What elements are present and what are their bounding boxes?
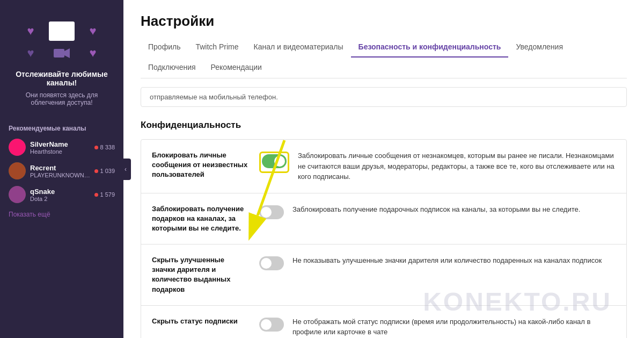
top-info-box: отправляемые на мобильный телефон. bbox=[141, 87, 627, 107]
toggle-wrapper-1 bbox=[259, 205, 284, 221]
privacy-row-0: Блокировать личные сообщения от неизвест… bbox=[141, 140, 626, 193]
settings-title: Настройки bbox=[141, 13, 627, 30]
svg-marker-1 bbox=[64, 48, 70, 58]
toggle-2[interactable] bbox=[259, 256, 284, 270]
settings-header: Настройки ПрофильTwitch PrimeКанал и вид… bbox=[123, 0, 644, 78]
heart-icon-1: ♥ bbox=[18, 21, 43, 41]
channel-name: Recrent bbox=[30, 164, 90, 172]
privacy-section-title: Конфиденциальность bbox=[141, 120, 627, 131]
toggle-highlight-box bbox=[259, 152, 289, 173]
channel-info: Recrent PLAYERUNKNOWN'S... bbox=[30, 164, 90, 178]
tv-placeholder bbox=[49, 21, 75, 41]
nav-tab-twitch-prime[interactable]: Twitch Prime bbox=[188, 37, 246, 57]
settings-nav: ПрофильTwitch PrimeКанал и видеоматериал… bbox=[141, 37, 627, 78]
heart-icon-3: ♥ bbox=[18, 46, 43, 60]
channel-info: qSnake Dota 2 bbox=[30, 188, 90, 202]
privacy-label-0: Блокировать личные сообщения от неизвест… bbox=[152, 150, 248, 180]
sidebar-promo-title: Отслеживайте любимые каналы! bbox=[11, 70, 113, 87]
toggle-wrapper-3 bbox=[259, 318, 284, 334]
channel-game: PLAYERUNKNOWN'S... bbox=[30, 172, 90, 178]
channel-avatar bbox=[9, 162, 26, 179]
recommended-channels-title: Рекомендуемые каналы bbox=[0, 117, 123, 135]
privacy-control-2: Не показывать улучшенные значки дарителя… bbox=[259, 255, 616, 272]
privacy-desc-3: Не отображать мой статус подписки (время… bbox=[292, 317, 616, 337]
nav-tab-профиль[interactable]: Профиль bbox=[141, 37, 188, 57]
privacy-desc-2: Не показывать улучшенные значки дарителя… bbox=[292, 255, 616, 266]
privacy-label-2: Скрыть улучшенные значки дарителя и коли… bbox=[152, 255, 248, 294]
nav-tab-уведомления[interactable]: Уведомления bbox=[508, 37, 570, 57]
live-indicator bbox=[94, 193, 98, 197]
privacy-desc-0: Заблокировать личные сообщения от незнак… bbox=[298, 150, 616, 182]
channel-viewers: 8 338 bbox=[94, 144, 115, 150]
top-info-text: отправляемые на мобильный телефон. bbox=[150, 93, 278, 101]
channel-name: qSnake bbox=[30, 188, 90, 196]
toggle-1[interactable] bbox=[259, 205, 284, 219]
channel-avatar bbox=[9, 186, 26, 203]
channel-viewers: 1 579 bbox=[94, 191, 115, 198]
channel-item[interactable]: SilverName Hearthstone 8 338 bbox=[0, 135, 123, 159]
heart-icon-4: ♥ bbox=[80, 46, 106, 60]
channel-info: SilverName Hearthstone bbox=[30, 140, 90, 155]
channel-game: Dota 2 bbox=[30, 196, 90, 202]
live-indicator bbox=[94, 146, 98, 149]
toggle-wrapper-0 bbox=[259, 152, 289, 173]
nav-tab-подключения[interactable]: Подключения bbox=[141, 57, 203, 78]
heart-icon-2: ♥ bbox=[80, 21, 106, 41]
toggle-0[interactable] bbox=[262, 154, 287, 168]
privacy-row-3: Скрыть статус подпискиНе отображать мой … bbox=[141, 306, 626, 338]
channel-item[interactable]: qSnake Dota 2 1 579 bbox=[0, 183, 123, 206]
privacy-control-0: Заблокировать личные сообщения от незнак… bbox=[259, 150, 616, 182]
sidebar-collapse-button[interactable]: ‹ bbox=[120, 159, 131, 180]
svg-rect-0 bbox=[54, 49, 64, 57]
sidebar-banner: ♥ ♥ ♥ ♥ Отслеживайте любимые каналы! Они… bbox=[0, 11, 123, 117]
nav-tab-канал-и-видеоматериалы[interactable]: Канал и видеоматериалы bbox=[246, 37, 351, 57]
privacy-label-3: Скрыть статус подписки bbox=[152, 317, 248, 326]
sidebar-icon-grid: ♥ ♥ ♥ ♥ bbox=[18, 21, 106, 60]
channel-avatar bbox=[9, 139, 26, 156]
channel-name: SilverName bbox=[30, 140, 90, 148]
privacy-desc-1: Заблокировать получение подарочных подпи… bbox=[292, 204, 616, 215]
privacy-control-3: Не отображать мой статус подписки (время… bbox=[259, 317, 616, 337]
settings-body: отправляемые на мобильный телефон. Конфи… bbox=[123, 87, 644, 338]
channel-item[interactable]: Recrent PLAYERUNKNOWN'S... 1 039 bbox=[0, 159, 123, 183]
nav-tab-рекомендации[interactable]: Рекомендации bbox=[203, 57, 269, 78]
channel-game: Hearthstone bbox=[30, 148, 90, 155]
cam-placeholder bbox=[49, 46, 75, 60]
privacy-row-1: Заблокировать получение подарков на кана… bbox=[141, 193, 626, 245]
privacy-label-1: Заблокировать получение подарков на кана… bbox=[152, 204, 248, 234]
toggle-wrapper-2 bbox=[259, 256, 284, 272]
nav-tab-безопасность-и-конфиденциальность[interactable]: Безопасность и конфиденциальность bbox=[351, 37, 509, 57]
live-indicator bbox=[94, 169, 98, 173]
sidebar: ♥ ♥ ♥ ♥ Отслеживайте любимые каналы! Они… bbox=[0, 0, 123, 338]
main-content: Настройки ПрофильTwitch PrimeКанал и вид… bbox=[123, 0, 644, 338]
show-more-button[interactable]: Показать ещё bbox=[0, 206, 123, 222]
channel-viewers: 1 039 bbox=[94, 168, 115, 174]
sidebar-promo-sub: Они появятся здесь для облегчения доступ… bbox=[11, 91, 113, 106]
privacy-row-2: Скрыть улучшенные значки дарителя и коли… bbox=[141, 244, 626, 306]
privacy-control-1: Заблокировать получение подарочных подпи… bbox=[259, 204, 616, 221]
privacy-section: Блокировать личные сообщения от неизвест… bbox=[141, 139, 627, 338]
toggle-3[interactable] bbox=[259, 318, 284, 332]
